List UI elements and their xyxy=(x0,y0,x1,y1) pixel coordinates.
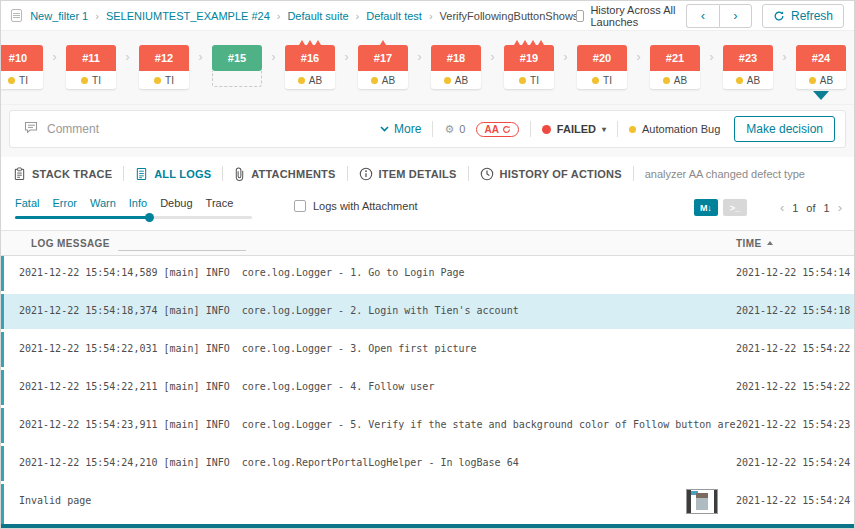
history-item-label: #23 xyxy=(723,45,773,71)
history-separator-icon: › xyxy=(116,37,139,64)
logs-with-attachment-checkbox[interactable]: Logs with Attachment xyxy=(294,200,418,212)
history-item-label: #10 xyxy=(1,45,43,71)
history-item-15[interactable]: #15 xyxy=(212,37,262,87)
defect-badge-label: AB xyxy=(309,75,322,86)
defect-type-tag[interactable]: Automation Bug xyxy=(629,123,720,135)
retry-marker-icon xyxy=(307,40,313,45)
analyzer-badge[interactable]: AA xyxy=(476,122,518,137)
breadcrumb-toggle-icon[interactable] xyxy=(11,9,22,22)
retry-marker-icon xyxy=(530,40,536,45)
time-header[interactable]: TIME xyxy=(736,238,854,249)
log-message: 2021-12-22 15:54:14,589 [main] INFO core… xyxy=(4,256,736,278)
log-row[interactable]: 2021-12-22 15:54:18,374 [main] INFO core… xyxy=(1,294,854,329)
log-level-fatal[interactable]: Fatal xyxy=(15,197,39,209)
history-across-label: History Across All Launches xyxy=(590,4,676,28)
retry-markers xyxy=(431,37,481,45)
defect-dot-icon xyxy=(444,77,451,84)
log-level-trace[interactable]: Trace xyxy=(206,197,234,209)
tab-attachments[interactable]: ATTACHMENTS xyxy=(234,167,335,181)
history-separator-icon: › xyxy=(773,37,796,64)
tab-all-logs[interactable]: ALL LOGS xyxy=(135,167,211,181)
breadcrumb-separator-icon: › xyxy=(356,10,360,22)
retry-marker-icon xyxy=(380,40,386,45)
history-item-24[interactable]: #24AB xyxy=(796,37,846,100)
history-separator-icon: › xyxy=(554,37,577,64)
history-item-11[interactable]: #11TI xyxy=(66,37,116,89)
history-item-16[interactable]: #16AB xyxy=(285,37,335,89)
history-item-23[interactable]: #23AB xyxy=(723,37,773,89)
comment-bar: Comment More ⚙ 0 AA FA xyxy=(9,110,846,148)
breadcrumb-item[interactable]: Default test xyxy=(366,10,422,22)
log-time: 2021-12-22 15:54:14 xyxy=(736,256,854,278)
checkbox-icon xyxy=(576,10,584,22)
history-item-18[interactable]: #18AB xyxy=(431,37,481,89)
breadcrumb-item[interactable]: New_filter 1 xyxy=(30,10,88,22)
log-row[interactable]: 2021-12-22 15:54:22,031 [main] INFO core… xyxy=(1,332,854,367)
breadcrumb-separator-icon: › xyxy=(277,10,281,22)
tab-history-of-actions[interactable]: HISTORY OF ACTIONS xyxy=(480,167,622,181)
defect-badge: AB xyxy=(358,71,408,89)
markdown-mode-button[interactable]: M↓ xyxy=(694,199,718,216)
history-item-19[interactable]: #19TI xyxy=(504,37,554,89)
log-message: 2021-12-22 15:54:22,031 [main] INFO core… xyxy=(4,332,736,354)
history-separator-icon: › xyxy=(189,37,212,64)
defect-badge-label: TI xyxy=(19,75,28,86)
defect-badge-label: TI xyxy=(92,75,101,86)
make-decision-button[interactable]: Make decision xyxy=(734,116,835,142)
log-level-slider-knob[interactable] xyxy=(145,213,154,222)
divider xyxy=(617,121,618,137)
retry-markers xyxy=(796,37,846,45)
log-row[interactable]: 2021-12-22 15:54:23,911 [main] INFO core… xyxy=(1,408,854,443)
history-item-17[interactable]: #17AB xyxy=(358,37,408,89)
history-strip-section: #10TI›#11TI›#12TI›#15›#16AB›#17AB›#18AB›… xyxy=(1,31,854,105)
attachment-thumbnail[interactable] xyxy=(686,489,718,514)
log-time: 2021-12-22 15:54:22 xyxy=(736,370,854,392)
page-next-button[interactable]: › xyxy=(838,200,842,215)
log-row[interactable]: 2021-12-22 15:54:14,589 [main] INFO core… xyxy=(1,256,854,291)
next-item-button[interactable]: › xyxy=(719,4,752,28)
page-prev-button[interactable]: ‹ xyxy=(780,200,784,215)
log-row[interactable]: 2021-12-22 15:54:22,211 [main] INFO core… xyxy=(1,370,854,405)
log-level-error[interactable]: Error xyxy=(52,197,76,209)
thumbnail-detail xyxy=(714,490,717,513)
console-mode-button[interactable]: >_ xyxy=(723,199,747,216)
prev-item-button[interactable]: ‹ xyxy=(686,4,719,28)
log-message-search-input[interactable] xyxy=(118,239,250,250)
log-time: 2021-12-22 15:54:23 xyxy=(736,408,854,430)
breadcrumb-item[interactable]: SELENIUMTEST_EXAMPLE #24 xyxy=(106,10,270,22)
log-level-labels: FatalErrorWarnInfoDebugTrace xyxy=(15,197,252,209)
tab-item-details[interactable]: ITEM DETAILS xyxy=(359,167,457,181)
retry-markers xyxy=(285,37,335,45)
breadcrumb-item[interactable]: Default suite xyxy=(287,10,348,22)
history-separator-icon: › xyxy=(627,37,650,64)
history-item-10[interactable]: #10TI xyxy=(1,37,43,89)
breadcrumb-item: VerifyFollowingButtonShowsCorrectStateAn… xyxy=(440,10,577,22)
tabs-bar: STACK TRACEALL LOGSATTACHMENTSITEM DETAI… xyxy=(1,157,854,190)
log-message: 2021-12-22 15:54:18,374 [main] INFO core… xyxy=(4,294,736,316)
more-link[interactable]: More xyxy=(380,122,421,136)
status-dropdown[interactable]: FAILED ▾ xyxy=(542,123,606,135)
defect-badge-label: TI xyxy=(603,75,612,86)
log-row[interactable]: 2021-12-22 15:54:24,210 [main] INFO core… xyxy=(1,446,854,481)
tab-stack-trace[interactable]: STACK TRACE xyxy=(13,167,112,181)
log-level-slider-track[interactable] xyxy=(15,216,252,219)
history-item-12[interactable]: #12TI xyxy=(139,37,189,89)
time-header-label: TIME xyxy=(736,238,762,249)
defect-type-label: Automation Bug xyxy=(642,123,720,135)
log-level-debug[interactable]: Debug xyxy=(160,197,192,209)
page-current: 1 xyxy=(792,202,798,214)
log-message: 2021-12-22 15:54:23,911 [main] INFO core… xyxy=(4,408,736,430)
refresh-button[interactable]: Refresh xyxy=(762,4,844,28)
comment-input[interactable]: Comment xyxy=(24,121,380,137)
history-icon xyxy=(480,167,494,181)
history-across-checkbox[interactable]: History Across All Launches xyxy=(576,4,676,28)
defect-badge: AB xyxy=(796,71,846,89)
log-level-info[interactable]: Info xyxy=(129,197,147,209)
info-icon xyxy=(359,167,373,181)
log-row[interactable]: Invalid page2021-12-22 15:54:24 xyxy=(1,484,854,529)
history-item-20[interactable]: #20TI xyxy=(577,37,627,89)
item-nav-buttons: ‹ › xyxy=(686,4,752,28)
caret-down-icon: ▾ xyxy=(602,125,606,134)
history-item-21[interactable]: #21AB xyxy=(650,37,700,89)
log-level-warn[interactable]: Warn xyxy=(90,197,116,209)
